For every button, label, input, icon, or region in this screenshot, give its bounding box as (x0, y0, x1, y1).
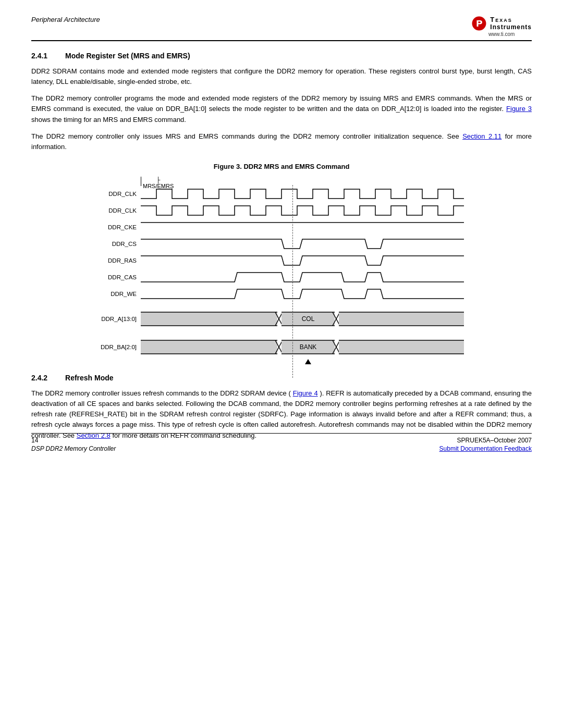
svg-rect-6 (282, 312, 335, 326)
signal-label-ddr-a: DDR_A[13:0] (94, 316, 141, 322)
section-242: 2.4.2 Refresh Mode The DDR2 memory contr… (31, 374, 532, 441)
signal-wave-ddr-cs (141, 237, 464, 251)
svg-rect-19 (282, 340, 335, 354)
signal-row-ddr-a: DDR_A[13:0] (94, 309, 464, 329)
signal-row-ddr-cke: DDR_CKE (94, 220, 464, 234)
signal-wave-ddr-cke (141, 220, 464, 234)
signal-label-ddr-cas: DDR_CAS (94, 274, 141, 280)
section-241-heading: 2.4.1 Mode Register Set (MRS and EMRS) (31, 52, 532, 60)
signal-wave-ddr-a: COL (141, 309, 464, 329)
wave-ddr-clk (141, 187, 464, 201)
wave-ddr-cs (141, 237, 464, 251)
footer-right: SPRUEK5A–October 2007 Submit Documentati… (439, 437, 532, 452)
page-header: Peripheral Architecture Texas Instrument… (31, 16, 532, 41)
wave-bus-ddr-ba (141, 337, 464, 357)
signal-wave-ddr-ras (141, 254, 464, 267)
svg-rect-11 (339, 312, 464, 326)
wave-bus-ddr-a (141, 309, 464, 329)
timing-diagram: ├ MRS/EMRS DDR_CLK DDR_CLK (94, 177, 469, 361)
figure3-link[interactable]: Figure 3 (506, 105, 532, 113)
wave-ddr-cke (141, 220, 464, 234)
signal-wave-ddr-clk (141, 187, 464, 201)
svg-rect-24 (339, 340, 464, 354)
signal-wave-ddr-ba: BANK (141, 337, 464, 357)
signal-label-ddr-ba: DDR_BA[2:0] (94, 344, 141, 350)
figure3-container: Figure 3. DDR2 MRS and EMRS Command ├ MR… (31, 163, 532, 361)
signal-row-ddr-clk: DDR_CLK (94, 187, 464, 201)
wave-ddr-cas (141, 270, 464, 284)
signal-wave-ddr-we (141, 287, 464, 301)
signal-label-ddr-we: DDR_WE (94, 291, 141, 297)
signal-label-ddr-cke: DDR_CKE (94, 224, 141, 230)
section-241: 2.4.1 Mode Register Set (MRS and EMRS) D… (31, 52, 532, 152)
ti-logo: Texas Instruments www.ti.com (471, 16, 532, 37)
header-section-label: Peripheral Architecture (31, 16, 100, 23)
figure4-link[interactable]: Figure 4 (293, 389, 318, 397)
page-footer: 14 DSP DDR2 Memory Controller SPRUEK5A–O… (31, 433, 532, 452)
page: Peripheral Architecture Texas Instrument… (0, 0, 563, 468)
signal-wave-ddr-cas (141, 270, 464, 284)
signal-row-ddr-cas: DDR_CAS (94, 270, 464, 284)
ti-logo-icon (471, 16, 487, 31)
signal-wave-ddr-clk-bar (141, 204, 464, 217)
signal-label-ddr-clk-bar: DDR_CLK (94, 207, 141, 214)
signal-row-ddr-ras: DDR_RAS (94, 254, 464, 267)
signal-row-ddr-clk-bar: DDR_CLK (94, 204, 464, 217)
signal-row-ddr-we: DDR_WE (94, 287, 464, 301)
wave-ddr-clk-bar (141, 204, 464, 217)
wave-ddr-ras (141, 254, 464, 267)
signal-row-ddr-ba: DDR_BA[2:0] (94, 337, 464, 357)
section-242-heading: 2.4.2 Refresh Mode (31, 374, 532, 382)
wave-ddr-we (141, 287, 464, 301)
footer-left: 14 DSP DDR2 Memory Controller (31, 437, 116, 452)
svg-rect-1 (141, 312, 277, 326)
mrs-label-row: ├ MRS/EMRS (94, 177, 141, 186)
section211-link[interactable]: Section 2.11 (462, 132, 501, 140)
signal-label-ddr-ras: DDR_RAS (94, 257, 141, 264)
signal-label-ddr-cs: DDR_CS (94, 241, 141, 247)
feedback-link[interactable]: Submit Documentation Feedback (439, 445, 532, 452)
figure3-title: Figure 3. DDR2 MRS and EMRS Command (31, 163, 532, 170)
signal-row-ddr-cs: DDR_CS (94, 237, 464, 251)
section-241-para2: The DDR2 memory controller programs the … (31, 93, 532, 125)
signal-label-ddr-clk: DDR_CLK (94, 191, 141, 197)
section-241-para3: The DDR2 memory controller only issues M… (31, 131, 532, 152)
svg-rect-14 (141, 340, 277, 354)
section-241-para1: DDR2 SDRAM contains mode and extended mo… (31, 66, 532, 87)
arrow-up-icon (305, 359, 311, 364)
